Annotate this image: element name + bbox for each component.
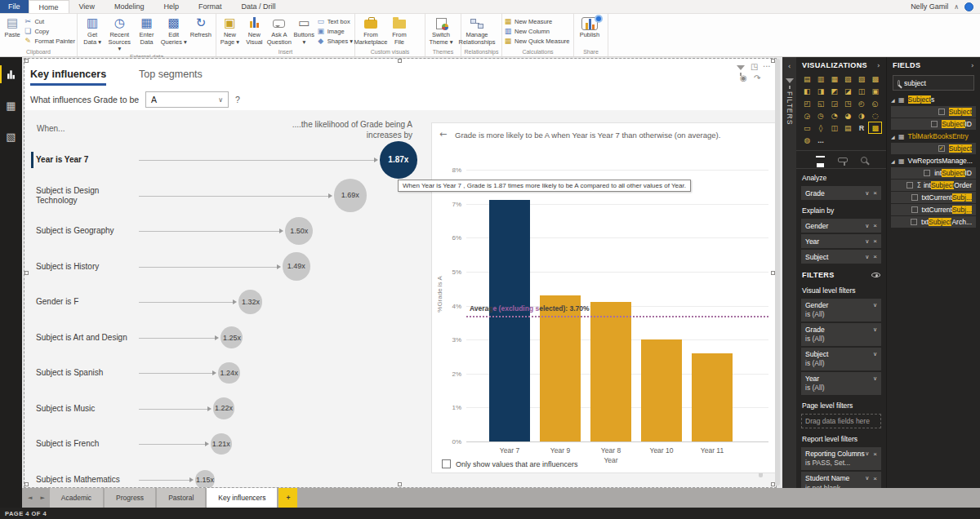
filter-funnel-icon[interactable] <box>737 63 745 72</box>
influencer-label[interactable]: Subject is History <box>36 262 137 272</box>
report-view-button[interactable] <box>0 62 22 86</box>
edit-queries-button[interactable]: ▩EditQueries ▾ <box>161 16 187 46</box>
expand-pane-icon[interactable]: ‹ <box>788 62 791 70</box>
tab-key-influencers[interactable]: Key influencers <box>30 69 106 86</box>
influencer-label[interactable]: Gender is F <box>36 297 137 307</box>
remove-icon[interactable]: × <box>873 450 877 459</box>
chart-bar[interactable] <box>641 339 682 441</box>
influencer-bubble[interactable]: 1.69x <box>334 179 367 211</box>
menu-tab-modeling[interactable]: Modeling <box>105 0 154 13</box>
visual-type-icon[interactable]: ◫ <box>828 122 840 133</box>
remove-icon[interactable]: × <box>873 253 877 260</box>
influencer-bubble[interactable]: 1.15x <box>195 470 215 488</box>
new-visual-button[interactable]: NewVisual <box>243 16 266 46</box>
page-tab-academic[interactable]: Academic <box>50 488 103 508</box>
visual-type-icon[interactable]: ◊ <box>815 122 827 133</box>
filter-card-year[interactable]: Year∨is (All) <box>801 372 881 395</box>
visual-type-icon[interactable]: ... <box>815 135 827 145</box>
page-tab-key-influencers[interactable]: Key influencers <box>207 488 277 508</box>
text-box-button[interactable]: ▭Text box <box>317 17 353 25</box>
visual-type-icon[interactable]: ◱ <box>815 98 827 109</box>
visual-type-icon[interactable]: ▤ <box>842 122 854 133</box>
field-row[interactable]: txtSubjectArch... <box>891 216 976 228</box>
visual-type-icon[interactable]: ▨ <box>856 73 868 84</box>
menu-tab-data-drill[interactable]: Data / Drill <box>231 0 285 13</box>
visual-type-icon[interactable]: ◳ <box>842 98 854 109</box>
visual-type-icon[interactable]: ◕ <box>842 110 854 121</box>
influencer-label[interactable]: Subject is French <box>36 439 137 449</box>
influencer-label[interactable]: Subject is Spanish <box>36 368 137 378</box>
influencer-bubble[interactable]: 1.24x <box>218 362 240 384</box>
prev-page-icon[interactable]: ◄ <box>24 488 35 508</box>
target-value-dropdown[interactable]: A ∨ <box>145 91 229 108</box>
field-row[interactable]: txtCurrentSubj... <box>891 204 976 215</box>
visual-type-icon[interactable]: ▩ <box>869 73 881 84</box>
focus-mode-icon[interactable]: ◳ <box>751 62 758 71</box>
page-tab-progress[interactable]: Progress <box>105 488 155 508</box>
chevron-right-icon[interactable]: › <box>877 61 880 69</box>
page-tab-pastoral[interactable]: Pastoral <box>157 488 205 508</box>
visual-type-icon[interactable]: ▦ <box>828 73 840 84</box>
analytics-tab[interactable] <box>861 157 867 163</box>
selection-handle[interactable] <box>398 482 402 486</box>
selection-handle[interactable] <box>771 482 775 486</box>
image-button[interactable]: ▣Image <box>317 27 353 35</box>
from-file-button[interactable]: FromFile <box>385 16 413 46</box>
key-influencers-visual[interactable]: Key influencers Top segments What influe… <box>24 59 776 487</box>
cut-button[interactable]: ✂Cut <box>24 17 75 25</box>
filter-card-reporting-columns[interactable]: Reporting Columns∨×is PASS, Set... <box>801 447 881 470</box>
selection-handle[interactable] <box>24 271 29 275</box>
influencer-label[interactable]: Subject is Mathematics <box>36 475 137 485</box>
buttons-button[interactable]: ▭Buttons▾ <box>292 16 316 46</box>
influencer-bubble[interactable]: 1.50x <box>285 217 314 246</box>
influencer-label[interactable]: Subject is Geography <box>36 226 137 236</box>
remove-icon[interactable]: × <box>873 237 877 245</box>
field-table-row[interactable]: ◢▦VwReportsManage... <box>891 155 976 166</box>
selection-handle[interactable] <box>771 59 775 63</box>
collapse-ribbon-icon[interactable]: ∧ <box>954 3 959 11</box>
influencer-bubble[interactable]: 1.32x <box>238 290 262 313</box>
visual-type-icon[interactable]: ◶ <box>801 110 813 121</box>
influencer-label[interactable]: Year is Year 7 <box>36 155 137 165</box>
signed-in-user[interactable]: Nelly Gamil <box>911 2 948 11</box>
menu-tab-format[interactable]: Format <box>189 0 232 13</box>
field-row[interactable]: txtCurrentSubj... <box>891 192 976 203</box>
menu-tab-home[interactable]: Home <box>29 0 69 13</box>
field-well-gender[interactable]: Gender∨× <box>801 219 881 233</box>
remove-icon[interactable]: × <box>873 475 877 483</box>
recent-sources-button[interactable]: ◷RecentSources ▾ <box>106 16 132 53</box>
model-view-button[interactable]: ▧ <box>0 124 22 149</box>
avatar[interactable] <box>964 2 973 11</box>
visual-type-icon[interactable]: ▣ <box>869 86 881 96</box>
field-row[interactable]: ΣintSubjectOrder <box>891 180 976 191</box>
field-well-subject[interactable]: Subject∨× <box>801 250 881 264</box>
field-checkbox[interactable] <box>906 182 913 189</box>
field-well-grade[interactable]: Grade∨× <box>801 186 881 200</box>
field-row[interactable]: Subject <box>891 106 976 118</box>
field-row[interactable]: Subject ID <box>891 118 976 130</box>
influencer-bubble[interactable]: 1.22x <box>213 397 234 419</box>
influencer-bubble[interactable]: 1.25x <box>220 326 243 348</box>
expand-triangle-icon[interactable]: ◢ <box>891 97 898 103</box>
add-page-button[interactable]: + <box>278 488 297 508</box>
visual-type-icon[interactable]: ◷ <box>815 110 827 121</box>
more-options-icon[interactable]: ... <box>763 60 771 69</box>
format-tab[interactable] <box>838 157 848 162</box>
copy-button[interactable]: ❏Copy <box>24 27 75 35</box>
influencer-label[interactable]: Subject is Music <box>36 404 137 414</box>
switch-theme-button[interactable]: SwitchTheme ▾ <box>427 16 455 46</box>
visual-type-icon[interactable]: ◰ <box>801 98 813 109</box>
from-marketplace-button[interactable]: FromMarketplace <box>357 16 385 46</box>
visual-type-icon[interactable]: R <box>856 122 868 133</box>
selection-handle[interactable] <box>24 482 29 486</box>
fields-tab[interactable] <box>816 156 825 163</box>
field-checkbox[interactable] <box>911 219 917 225</box>
filter-card-subject[interactable]: Subject∨is (All) <box>801 348 881 370</box>
field-checkbox[interactable] <box>924 170 930 176</box>
visual-type-icon[interactable]: ▩ <box>869 122 881 133</box>
visual-type-icon[interactable]: ◍ <box>801 135 813 145</box>
remove-icon[interactable]: × <box>873 189 877 197</box>
canvas-scrollbar[interactable] <box>775 59 780 486</box>
refresh-button[interactable]: ↻Refresh <box>188 16 214 39</box>
field-checkbox[interactable] <box>931 121 938 127</box>
